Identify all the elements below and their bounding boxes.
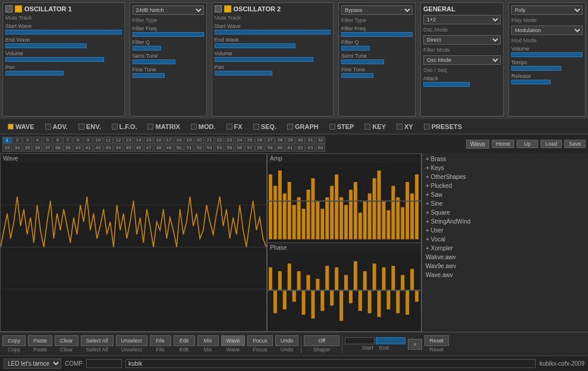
sidebar-item[interactable]: + StringAndWind	[423, 217, 587, 226]
step-num-57[interactable]: 57	[245, 144, 254, 152]
osc2-end-wave-slider[interactable]	[215, 43, 296, 48]
play-mode-select[interactable]: Poly	[511, 5, 583, 15]
step-load-btn[interactable]: Load	[540, 140, 562, 148]
step-num-46[interactable]: 46	[134, 144, 143, 152]
step-up-btn[interactable]: Up	[517, 140, 538, 148]
step-num-49[interactable]: 49	[164, 144, 174, 152]
tab-matrix[interactable]: MATRIX	[142, 121, 185, 132]
step-num-21[interactable]: 21	[205, 137, 214, 144]
volume-slider[interactable]	[511, 52, 583, 57]
osc1-end-wave-slider[interactable]	[5, 43, 87, 48]
step-num-43[interactable]: 43	[103, 144, 113, 152]
end-input[interactable]	[376, 337, 405, 344]
unselect-btn[interactable]: Unselect	[116, 335, 147, 346]
tempo-slider[interactable]	[511, 66, 561, 71]
sidebar-item[interactable]: + Vocal	[423, 235, 587, 244]
filter2-fine-slider[interactable]	[341, 73, 373, 78]
step-num-44[interactable]: 44	[114, 144, 123, 152]
undo-btn[interactable]: Undo	[275, 335, 299, 346]
step-num-6[interactable]: 6	[53, 137, 62, 144]
step-num-52[interactable]: 52	[194, 144, 204, 152]
step-num-1[interactable]: 1	[2, 137, 12, 144]
sidebar-item[interactable]: + Sine	[423, 199, 587, 208]
sidebar-item[interactable]: Wakve.awv	[423, 253, 587, 262]
step-num-11[interactable]: 11	[103, 137, 113, 144]
step-num-22[interactable]: 22	[215, 137, 224, 144]
step-num-60[interactable]: 60	[275, 144, 285, 152]
sidebar-item[interactable]: + Xompler	[423, 244, 587, 253]
step-num-3[interactable]: 3	[23, 137, 32, 144]
step-num-38[interactable]: 38	[53, 144, 62, 152]
step-num-33[interactable]: 33	[2, 144, 12, 152]
step-num-17[interactable]: 17	[164, 137, 174, 144]
step-num-10[interactable]: 10	[93, 137, 103, 144]
osc1-volume-slider[interactable]	[5, 57, 104, 62]
step-num-34[interactable]: 34	[12, 144, 22, 152]
step-num-16[interactable]: 16	[154, 137, 163, 144]
patch-input[interactable]	[125, 359, 536, 368]
tab-lfo[interactable]: L.F.O.	[106, 121, 143, 132]
start-input[interactable]	[345, 337, 375, 344]
filter1-q-slider[interactable]	[133, 46, 161, 51]
step-num-31[interactable]: 31	[306, 137, 315, 144]
step-num-37[interactable]: 37	[43, 144, 52, 152]
osc2-volume-slider[interactable]	[215, 57, 313, 62]
step-num-35[interactable]: 35	[23, 144, 32, 152]
step-num-7[interactable]: 7	[63, 137, 73, 144]
sidebar-item[interactable]: Wave.awv	[423, 271, 587, 279]
focus-btn[interactable]: Focus	[247, 335, 273, 346]
osc-mode-select[interactable]: 1+2	[423, 15, 501, 24]
step-num-30[interactable]: 30	[295, 137, 305, 144]
osc1-start-wave-slider[interactable]	[5, 30, 122, 34]
step-num-41[interactable]: 41	[83, 144, 93, 152]
tab-fx[interactable]: FX	[221, 121, 248, 132]
step-num-51[interactable]: 51	[184, 144, 194, 152]
sidebar-item[interactable]: Wav9e.awv	[423, 262, 587, 271]
mix-btn[interactable]: Mix	[197, 335, 219, 346]
step-num-47[interactable]: 47	[144, 144, 153, 152]
wave-btn[interactable]: Wave	[221, 335, 246, 346]
reset-btn[interactable]: Reset	[425, 335, 449, 346]
step-num-29[interactable]: 29	[285, 137, 295, 144]
step-num-19[interactable]: 19	[184, 137, 194, 144]
attack-slider[interactable]	[423, 82, 470, 87]
step-num-23[interactable]: 23	[225, 137, 234, 144]
step-num-12[interactable]: 12	[114, 137, 123, 144]
tab-adv[interactable]: ADV.	[40, 121, 73, 132]
step-num-40[interactable]: 40	[73, 144, 83, 152]
step-num-5[interactable]: 5	[43, 137, 52, 144]
equals-btn[interactable]: =	[408, 339, 422, 350]
shaper-btn[interactable]: Off	[304, 335, 339, 346]
select-all-btn[interactable]: Select All	[81, 335, 114, 346]
phase-display[interactable]	[268, 252, 421, 329]
copy-btn[interactable]: Copy	[2, 335, 26, 346]
wave-display[interactable]	[1, 163, 266, 331]
step-num-48[interactable]: 48	[154, 144, 163, 152]
tab-presets[interactable]: PRESETS	[419, 121, 467, 132]
amp-display[interactable]	[268, 163, 421, 240]
file-btn[interactable]: File	[150, 335, 171, 346]
step-home-btn[interactable]: Home	[492, 140, 514, 148]
comp-input[interactable]	[86, 359, 122, 368]
step-num-14[interactable]: 14	[134, 137, 143, 144]
step-num-4[interactable]: 4	[33, 137, 42, 144]
step-num-63[interactable]: 63	[306, 144, 315, 152]
tab-xy[interactable]: XY	[391, 121, 419, 132]
step-num-25[interactable]: 25	[245, 137, 254, 144]
sidebar-item[interactable]: + Keys	[423, 164, 587, 172]
step-save-btn[interactable]: Save	[564, 140, 586, 148]
step-num-8[interactable]: 8	[73, 137, 83, 144]
step-num-58[interactable]: 58	[255, 144, 265, 152]
osc2-pan-slider[interactable]	[215, 71, 273, 76]
tab-graph[interactable]: GRAPH	[282, 121, 324, 132]
filter2-q-slider[interactable]	[341, 46, 370, 51]
step-num-61[interactable]: 61	[285, 144, 295, 152]
step-num-24[interactable]: 24	[235, 137, 244, 144]
step-num-54[interactable]: 54	[215, 144, 224, 152]
tab-mod[interactable]: MOD.	[185, 121, 221, 132]
step-num-15[interactable]: 15	[144, 137, 153, 144]
osc2-start-wave-slider[interactable]	[215, 30, 331, 34]
step-num-64[interactable]: 64	[316, 144, 325, 152]
step-num-55[interactable]: 55	[225, 144, 234, 152]
step-num-18[interactable]: 18	[174, 137, 184, 144]
